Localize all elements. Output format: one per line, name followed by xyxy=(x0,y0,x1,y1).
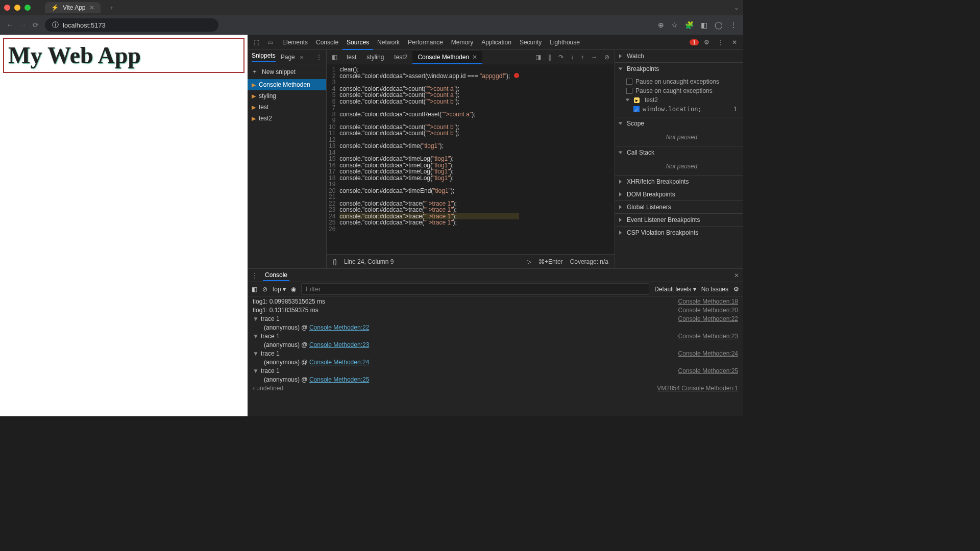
global-section[interactable]: Global Listeners xyxy=(615,201,743,213)
callstack-section[interactable]: Call Stack xyxy=(615,146,743,159)
maximize-window-icon[interactable] xyxy=(24,5,31,11)
url-text: localhost:5173 xyxy=(63,21,106,29)
profile-icon[interactable]: ◯ xyxy=(715,21,723,29)
log-source-link[interactable]: VM2854 Console Methoden:1 xyxy=(657,385,738,392)
toggle-sidebar-icon[interactable]: ◧ xyxy=(329,54,340,61)
devtools-tab-console[interactable]: Console xyxy=(312,36,342,49)
live-expression-icon[interactable]: ◉ xyxy=(291,286,296,293)
page-tab[interactable]: Page xyxy=(281,54,295,61)
plus-icon: ＋ xyxy=(252,67,258,76)
scope-section[interactable]: Scope xyxy=(615,117,743,130)
back-icon[interactable]: ← xyxy=(6,21,13,29)
pause-icon[interactable]: ‖ xyxy=(545,54,554,61)
devtools-tab-security[interactable]: Security xyxy=(516,36,546,49)
zoom-icon[interactable]: ⊕ xyxy=(658,21,664,29)
watch-section[interactable]: Watch xyxy=(615,50,743,62)
log-source-link[interactable]: Console Methoden:23 xyxy=(678,333,738,340)
window-controls xyxy=(4,5,31,11)
editor-tab[interactable]: test xyxy=(341,51,361,63)
browser-titlebar: ⚡ Vite App ✕ ＋ ⌄ xyxy=(0,0,743,15)
expand-tabs-icon[interactable]: ⌄ xyxy=(734,4,739,11)
close-tab-icon[interactable]: ✕ xyxy=(472,54,477,61)
breakpoint-group[interactable]: ▸test2 xyxy=(626,95,737,105)
sidebar-toggle-icon[interactable]: ◧ xyxy=(252,286,257,293)
console-filter-input[interactable] xyxy=(301,283,649,295)
snippet-item[interactable]: ▶Console Methoden xyxy=(248,79,326,90)
log-source-link[interactable]: Console Methoden:24 xyxy=(678,350,738,357)
devtools-tab-lighthouse[interactable]: Lighthouse xyxy=(546,36,584,49)
dom-section[interactable]: DOM Breakpoints xyxy=(615,188,743,201)
close-devtools-icon[interactable]: ✕ xyxy=(729,39,740,46)
caught-checkbox[interactable] xyxy=(626,88,632,94)
log-source-link[interactable]: Console Methoden:22 xyxy=(678,315,738,322)
address-field[interactable]: ⓘ localhost:5173 xyxy=(45,18,218,32)
xhr-section[interactable]: XHR/fetch Breakpoints xyxy=(615,176,743,188)
devtools-tab-elements[interactable]: Elements xyxy=(278,36,312,49)
snippet-icon: ▶ xyxy=(252,93,256,99)
snippets-tab[interactable]: Snippets xyxy=(252,52,276,62)
devtools-tab-sources[interactable]: Sources xyxy=(342,36,373,50)
csp-section[interactable]: CSP Violation Breakpoints xyxy=(615,227,743,239)
log-source-link[interactable]: Console Methoden:23 xyxy=(309,341,369,348)
more-icon[interactable]: ⋮ xyxy=(715,39,727,46)
log-source-link[interactable]: Console Methoden:18 xyxy=(678,298,738,305)
sidebar-menu-icon[interactable]: ⋮ xyxy=(316,54,322,61)
settings-icon[interactable]: ⚙ xyxy=(701,39,713,46)
devtools-tab-memory[interactable]: Memory xyxy=(447,36,477,49)
editor-tab[interactable]: styling xyxy=(361,51,389,63)
toggle-right-icon[interactable]: ◨ xyxy=(532,54,544,61)
log-source-link[interactable]: Console Methoden:25 xyxy=(309,376,369,383)
code-editor[interactable]: 1234567891011121314151617181920212223242… xyxy=(327,64,615,254)
close-window-icon[interactable] xyxy=(4,5,10,11)
cursor-position: Line 24, Column 9 xyxy=(344,258,394,265)
breakpoints-section[interactable]: Breakpoints xyxy=(615,63,743,75)
error-badge[interactable]: 1 xyxy=(690,39,699,45)
log-source-link[interactable]: Console Methoden:24 xyxy=(309,359,369,366)
more-tabs-icon[interactable]: » xyxy=(300,54,304,61)
close-drawer-icon[interactable]: ✕ xyxy=(734,272,739,279)
devtools-tab-performance[interactable]: Performance xyxy=(404,36,447,49)
extensions-icon[interactable]: 🧩 xyxy=(685,21,694,29)
log-source-link[interactable]: Console Methoden:25 xyxy=(678,367,738,374)
snippet-item[interactable]: ▶test xyxy=(248,102,326,113)
context-selector[interactable]: top ▾ xyxy=(273,286,286,293)
device-icon[interactable]: ▭ xyxy=(264,39,276,46)
editor-tab[interactable]: test2 xyxy=(389,51,412,63)
browser-tab[interactable]: ⚡ Vite App ✕ xyxy=(45,2,101,13)
step-icon[interactable]: → xyxy=(588,54,600,61)
log-source-link[interactable]: Console Methoden:20 xyxy=(678,307,738,314)
menu-icon[interactable]: ⋮ xyxy=(730,21,737,29)
uncaught-checkbox[interactable] xyxy=(626,79,632,85)
drawer-menu-icon[interactable]: ⋮ xyxy=(252,272,258,279)
forward-icon[interactable]: → xyxy=(19,21,27,29)
minimize-window-icon[interactable] xyxy=(14,5,20,11)
deactivate-bp-icon[interactable]: ⊘ xyxy=(601,54,612,61)
inspect-icon[interactable]: ⬚ xyxy=(251,39,262,46)
log-source-link[interactable]: Console Methoden:22 xyxy=(309,324,369,331)
levels-selector[interactable]: Default levels ▾ xyxy=(654,286,696,293)
new-tab-icon[interactable]: ＋ xyxy=(109,4,115,12)
event-section[interactable]: Event Listener Breakpoints xyxy=(615,214,743,226)
site-info-icon[interactable]: ⓘ xyxy=(52,20,59,30)
editor-tab[interactable]: Console Methoden✕ xyxy=(412,51,482,64)
clear-console-icon[interactable]: ⊘ xyxy=(262,286,267,293)
console-tab[interactable]: Console xyxy=(263,270,289,281)
devtools-tab-application[interactable]: Application xyxy=(477,36,516,49)
step-into-icon[interactable]: ↓ xyxy=(568,54,577,61)
format-icon[interactable]: {} xyxy=(333,258,337,265)
run-icon[interactable]: ▷ xyxy=(527,258,531,265)
close-tab-icon[interactable]: ✕ xyxy=(89,4,94,11)
bookmark-icon[interactable]: ☆ xyxy=(671,21,678,29)
sidepanel-icon[interactable]: ◧ xyxy=(701,21,707,29)
bp-checkbox[interactable]: ✓ xyxy=(633,106,640,112)
console-settings-icon[interactable]: ⚙ xyxy=(733,286,739,293)
snippet-item[interactable]: ▶styling xyxy=(248,90,326,102)
snippet-item[interactable]: ▶test2 xyxy=(248,113,326,124)
step-out-icon[interactable]: ↑ xyxy=(578,54,587,61)
issues-label[interactable]: No Issues xyxy=(701,286,728,293)
new-snippet-button[interactable]: ＋ New snippet xyxy=(248,64,326,79)
reload-icon[interactable]: ⟳ xyxy=(33,21,39,29)
step-over-icon[interactable]: ↷ xyxy=(555,54,567,61)
devtools-tab-network[interactable]: Network xyxy=(373,36,404,49)
breakpoint-item[interactable]: ✓window.location;1 xyxy=(626,105,737,114)
